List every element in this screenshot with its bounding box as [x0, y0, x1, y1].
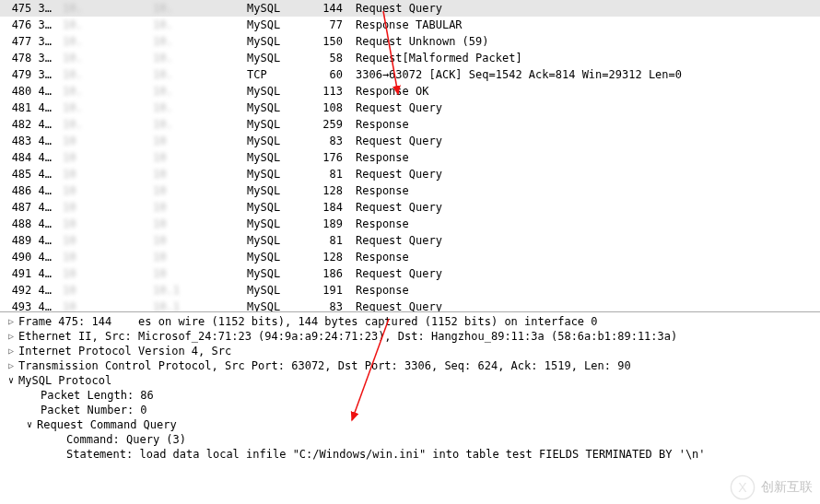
tree-eth-text: Ethernet II, Src: Microsof_24:71:23 (94:… [18, 329, 677, 344]
col-info: Response [352, 149, 820, 166]
table-row[interactable]: 480 4…10.10.MySQL113Response OK [0, 83, 820, 100]
table-row[interactable]: 492 4…1010.1MySQL191Response [0, 282, 820, 299]
svg-text:X: X [738, 480, 747, 495]
chevron-down-icon: ∨ [24, 417, 35, 432]
col-protocol: MySQL [241, 33, 300, 50]
table-row[interactable]: 490 4…1010MySQL128Response [0, 249, 820, 265]
col-source: 10. [59, 83, 149, 100]
col-no: 492 4… [0, 282, 59, 299]
svg-point-2 [731, 475, 754, 498]
col-length: 184 [300, 199, 352, 216]
col-source: 10. [59, 0, 149, 17]
tree-frame[interactable]: ▷Frame 475: 144 es on wire (1152 bits), … [0, 314, 820, 329]
col-length: 81 [300, 232, 352, 249]
col-protocol: MySQL [241, 50, 300, 66]
col-info: Request Query [352, 265, 820, 282]
col-info: Request Query [352, 133, 820, 149]
col-no: 490 4… [0, 249, 59, 265]
col-dest: 10 [149, 199, 241, 216]
col-protocol: MySQL [241, 149, 300, 166]
chevron-right-icon: ▷ [6, 314, 17, 329]
col-info: Request Query [352, 100, 820, 116]
col-source: 10. [59, 100, 149, 116]
col-dest: 10. [149, 116, 241, 133]
col-length: 81 [300, 166, 352, 182]
col-dest: 10. [149, 100, 241, 116]
col-source: 10. [59, 116, 149, 133]
col-length: 77 [300, 17, 352, 33]
col-info: Request Query [352, 199, 820, 216]
watermark-text: 创新互联 [761, 479, 813, 496]
col-length: 83 [300, 299, 352, 312]
tree-tcp[interactable]: ▷Transmission Control Protocol, Src Port… [0, 358, 820, 373]
tree-ethernet[interactable]: ▷Ethernet II, Src: Microsof_24:71:23 (94… [0, 329, 820, 344]
col-dest: 10.1 [149, 282, 241, 299]
col-dest: 10. [149, 0, 241, 17]
col-length: 58 [300, 50, 352, 66]
packet-details-pane[interactable]: ▷Frame 475: 144 es on wire (1152 bits), … [0, 312, 820, 462]
col-dest: 10 [149, 166, 241, 182]
col-source: 10. [59, 50, 149, 66]
col-no: 480 4… [0, 83, 59, 100]
chevron-right-icon: ▷ [6, 358, 17, 373]
tree-reqcmd-text: Request Command Query [37, 417, 177, 432]
tree-statement[interactable]: Statement: load data local infile "C:/Wi… [0, 447, 820, 462]
table-row[interactable]: 475 3…10.10.MySQL144Request Query [0, 0, 820, 17]
col-no: 486 4… [0, 182, 59, 199]
col-length: 191 [300, 282, 352, 299]
table-row[interactable]: 478 3…10.10.MySQL58Request[Malformed Pac… [0, 50, 820, 66]
col-protocol: MySQL [241, 282, 300, 299]
col-dest: 10. [149, 17, 241, 33]
tree-pktnum-text: Packet Number: 0 [41, 403, 147, 417]
col-no: 488 4… [0, 216, 59, 232]
tree-request-command[interactable]: ∨Request Command Query [0, 417, 820, 432]
col-no: 487 4… [0, 199, 59, 216]
table-row[interactable]: 476 3…10.10.MySQL77Response TABULAR [0, 17, 820, 33]
col-protocol: MySQL [241, 299, 300, 312]
col-source: 10 [59, 232, 149, 249]
table-row[interactable]: 491 4…1010MySQL186Request Query [0, 265, 820, 282]
watermark: X 创新互联 [730, 475, 813, 500]
col-length: 186 [300, 265, 352, 282]
table-row[interactable]: 487 4…1010MySQL184Request Query [0, 199, 820, 216]
col-length: 189 [300, 216, 352, 232]
col-info: Request Unknown (59) [352, 33, 820, 50]
table-row[interactable]: 479 3…10.10.TCP603306→63072 [ACK] Seq=15… [0, 66, 820, 83]
table-row[interactable]: 477 3…10.10.MySQL150Request Unknown (59) [0, 33, 820, 50]
col-info: Response TABULAR [352, 17, 820, 33]
table-row[interactable]: 483 4…1010MySQL83Request Query [0, 133, 820, 149]
col-length: 150 [300, 33, 352, 50]
col-dest: 10. [149, 33, 241, 50]
tree-command[interactable]: Command: Query (3) [0, 432, 820, 447]
packet-table[interactable]: 475 3…10.10.MySQL144Request Query476 3…1… [0, 0, 820, 312]
col-dest: 10. [149, 50, 241, 66]
packet-list-pane[interactable]: 475 3…10.10.MySQL144Request Query476 3…1… [0, 0, 820, 312]
col-protocol: MySQL [241, 0, 300, 17]
table-row[interactable]: 489 4…1010MySQL81Request Query [0, 232, 820, 249]
tree-packet-length[interactable]: Packet Length: 86 [0, 388, 820, 403]
table-row[interactable]: 493 4…1010.1MySQL83Request Query [0, 299, 820, 312]
col-no: 481 4… [0, 100, 59, 116]
col-no: 491 4… [0, 265, 59, 282]
table-row[interactable]: 488 4…1010MySQL189Response [0, 216, 820, 232]
col-info: Response [352, 249, 820, 265]
col-info: Request Query [352, 299, 820, 312]
col-source: 10 [59, 282, 149, 299]
tree-ip[interactable]: ▷Internet Protocol Version 4, Src [0, 344, 820, 358]
tree-packet-number[interactable]: Packet Number: 0 [0, 403, 820, 417]
col-source: 10. [59, 17, 149, 33]
table-row[interactable]: 481 4…10.10.MySQL108Request Query [0, 100, 820, 116]
col-length: 144 [300, 0, 352, 17]
col-protocol: MySQL [241, 232, 300, 249]
col-length: 113 [300, 83, 352, 100]
col-protocol: MySQL [241, 83, 300, 100]
table-row[interactable]: 485 4…1010MySQL81Request Query [0, 166, 820, 182]
col-protocol: MySQL [241, 116, 300, 133]
col-no: 493 4… [0, 299, 59, 312]
table-row[interactable]: 484 4…1010MySQL176Response [0, 149, 820, 166]
tree-mysql[interactable]: ∨MySQL Protocol [0, 373, 820, 388]
table-row[interactable]: 486 4…1010MySQL128Response [0, 182, 820, 199]
table-row[interactable]: 482 4…10.10.MySQL259Response [0, 116, 820, 133]
chevron-right-icon: ▷ [6, 329, 17, 344]
col-protocol: MySQL [241, 17, 300, 33]
